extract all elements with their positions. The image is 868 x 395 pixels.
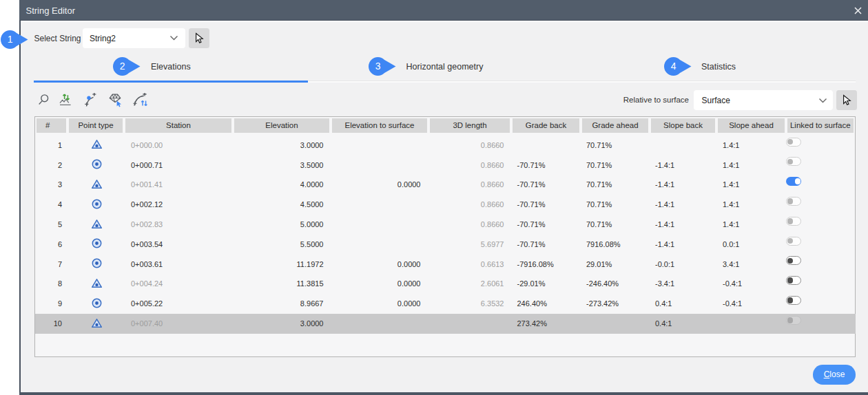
svg-text:2: 2	[120, 61, 125, 72]
svg-text:1: 1	[8, 34, 13, 45]
svg-text:3: 3	[375, 61, 381, 72]
svg-text:4: 4	[671, 61, 676, 72]
